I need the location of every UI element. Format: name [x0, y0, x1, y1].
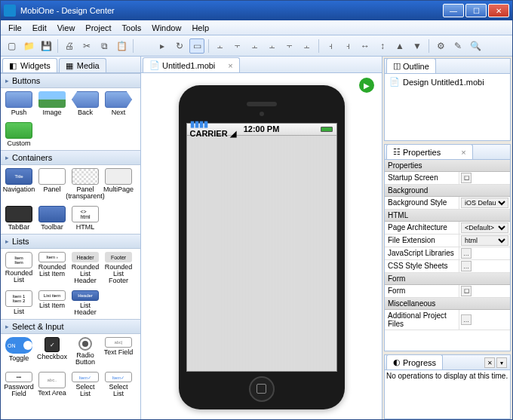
- menu-tools[interactable]: Tools: [118, 22, 146, 34]
- widget-push[interactable]: Push: [4, 91, 34, 116]
- distribute-h-icon[interactable]: ⫞: [323, 38, 338, 54]
- category-buttons[interactable]: Buttons: [1, 73, 140, 88]
- outline-root[interactable]: 📄Design Untitled1.mobi: [386, 75, 508, 88]
- open-icon[interactable]: 📁: [21, 38, 36, 54]
- menu-window[interactable]: Window: [147, 22, 186, 34]
- print-icon[interactable]: 🖨: [62, 38, 77, 54]
- size-h-icon[interactable]: ↕: [375, 38, 390, 54]
- minimize-button[interactable]: —: [443, 4, 464, 17]
- phone-icon[interactable]: ▸: [155, 38, 170, 54]
- widget-toggle[interactable]: ONToggle: [4, 337, 34, 366]
- widget-custom[interactable]: Custom: [4, 122, 34, 147]
- fileext-select[interactable]: html: [461, 235, 508, 246]
- category-lists[interactable]: Lists: [1, 234, 140, 249]
- copy-icon[interactable]: ⧉: [97, 38, 112, 54]
- widget-toolbar[interactable]: Toolbar: [37, 206, 67, 231]
- progress-content: No operations to display at this time.: [385, 370, 510, 418]
- align-bottom-icon[interactable]: ⫠: [300, 38, 315, 54]
- widget-rounded-list-item[interactable]: Item ›Rounded List Item: [37, 252, 67, 284]
- search-icon[interactable]: 🔍: [468, 38, 483, 54]
- window-title: MobiOne - Design Center: [20, 6, 443, 15]
- progress-menu-icon[interactable]: ▾: [496, 357, 507, 368]
- widget-list[interactable]: Item 1Item 2List: [4, 290, 34, 316]
- widget-panel[interactable]: Panel: [37, 168, 67, 200]
- pagearch-select[interactable]: <Default>: [461, 222, 508, 233]
- cut-icon[interactable]: ✂: [79, 38, 94, 54]
- device-frame: ▮▮▮▮ CARRIER ◢ 12:00 PM: [179, 85, 345, 409]
- editor-tab[interactable]: 📄Untitled1.mobi×: [143, 57, 240, 72]
- paste-icon[interactable]: 📋: [114, 38, 129, 54]
- tab-properties[interactable]: ☷Properties×: [386, 144, 473, 159]
- send-back-icon[interactable]: ▼: [410, 38, 425, 54]
- align-center-icon[interactable]: ⫟: [230, 38, 245, 54]
- widget-text-field[interactable]: abc|Text Field: [103, 337, 134, 366]
- tab-widgets[interactable]: ◧Widgets: [2, 58, 57, 72]
- widget-radio[interactable]: Radio Button: [70, 337, 100, 366]
- file-icon: 📄: [149, 60, 160, 70]
- progress-clear-icon[interactable]: ✕: [484, 357, 495, 368]
- properties-icon: ☷: [393, 147, 401, 157]
- category-select-input[interactable]: Select & Input: [1, 319, 140, 334]
- widget-checkbox[interactable]: ✓Checkbox: [37, 337, 67, 366]
- settings-icon[interactable]: ⚙: [433, 38, 448, 54]
- menu-view[interactable]: View: [53, 22, 80, 34]
- category-containers[interactable]: Containers: [1, 150, 140, 165]
- widget-password[interactable]: •••Password Field: [4, 372, 34, 397]
- widget-panel-transparent[interactable]: Panel (transparent): [70, 168, 100, 200]
- widget-navigation[interactable]: TitleNavigation: [4, 168, 34, 200]
- widget-rounded-list[interactable]: ItemItemRounded List: [4, 252, 34, 284]
- bring-front-icon[interactable]: ▲: [392, 38, 407, 54]
- align-left-icon[interactable]: ⫠: [213, 38, 228, 54]
- tab-outline[interactable]: ◫Outline: [386, 58, 436, 73]
- menu-file[interactable]: File: [4, 22, 26, 34]
- maximize-button[interactable]: ☐: [465, 4, 487, 17]
- align-top-icon[interactable]: ⫠: [265, 38, 280, 54]
- widget-html[interactable]: <>htmlHTML: [70, 206, 100, 231]
- form-button[interactable]: ☐: [461, 286, 472, 296]
- size-w-icon[interactable]: ↔: [358, 38, 373, 54]
- startup-edit-button[interactable]: ☐: [461, 173, 472, 183]
- widget-tabbar[interactable]: TabBar: [4, 206, 34, 231]
- apple-icon[interactable]: [137, 38, 152, 54]
- sync-icon[interactable]: ↻: [172, 38, 187, 54]
- widget-rounded-list-footer[interactable]: FooterRounded List Footer: [103, 252, 134, 284]
- tab-media[interactable]: ▦Media: [59, 58, 106, 72]
- menu-help[interactable]: Help: [187, 22, 213, 34]
- widget-list-header[interactable]: HeaderList Header: [70, 290, 100, 316]
- widget-textarea[interactable]: abc..Text Area: [37, 372, 67, 397]
- app-icon: [4, 5, 16, 17]
- home-button[interactable]: [249, 376, 275, 402]
- widget-select-list[interactable]: Item✓Select List: [70, 372, 100, 397]
- wand-icon[interactable]: ✎: [450, 38, 465, 54]
- css-button[interactable]: …: [461, 261, 472, 271]
- prop-section-background: Background: [385, 185, 510, 197]
- widget-multipage[interactable]: MultiPage: [103, 168, 134, 200]
- save-icon[interactable]: 💾: [38, 38, 54, 54]
- close-tab-icon[interactable]: ×: [228, 61, 232, 70]
- design-canvas[interactable]: ▶ ▮▮▮▮ CARRIER ◢ 12:00 PM: [141, 73, 382, 420]
- new-icon[interactable]: ▢: [4, 38, 19, 54]
- device-screen[interactable]: ▮▮▮▮ CARRIER ◢ 12:00 PM: [186, 123, 337, 372]
- close-button[interactable]: ✕: [488, 4, 509, 17]
- jslib-button[interactable]: …: [461, 248, 472, 259]
- widget-select-list-2[interactable]: Item✓Select List: [103, 372, 134, 397]
- outline-icon: ◫: [393, 61, 401, 71]
- tab-progress[interactable]: ◐Progress: [386, 354, 443, 369]
- design-mode-icon[interactable]: ▭: [189, 38, 204, 54]
- prop-section-properties: Properties: [385, 160, 510, 172]
- widget-back[interactable]: Back: [70, 91, 100, 116]
- align-middle-icon[interactable]: ⫟: [282, 38, 297, 54]
- bgstyle-select[interactable]: iOS Default (strip...: [461, 198, 508, 208]
- toolbar: ▢ 📁 💾 🖨 ✂ ⧉ 📋 ▸ ↻ ▭ ⫠ ⫟ ⫠ ⫠ ⫟ ⫠ ⫞ ⫞ ↔ ↕ …: [1, 35, 512, 57]
- align-right-icon[interactable]: ⫠: [247, 38, 263, 54]
- menu-edit[interactable]: Edit: [28, 22, 51, 34]
- widget-rounded-list-header[interactable]: HeaderRounded List Header: [70, 252, 100, 284]
- prop-section-html: HTML: [385, 210, 510, 222]
- distribute-v-icon[interactable]: ⫞: [340, 38, 355, 54]
- addfiles-button[interactable]: …: [461, 314, 472, 325]
- widget-list-item[interactable]: List itemList Item: [37, 290, 67, 316]
- widget-next[interactable]: Next: [103, 91, 134, 116]
- widget-image[interactable]: Image: [37, 91, 67, 116]
- run-button[interactable]: ▶: [359, 78, 374, 93]
- menu-project[interactable]: Project: [81, 22, 115, 34]
